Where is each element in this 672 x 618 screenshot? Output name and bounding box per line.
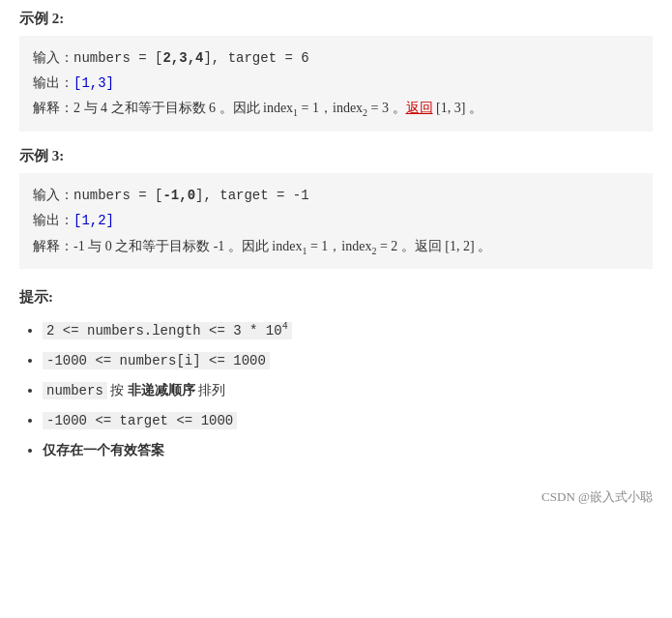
hint-item-5: 仅存在一个有效答案 [43,436,653,466]
example-3-explain: 解释：-1 与 0 之和等于目标数 -1 。因此 index1 = 1，inde… [33,234,639,260]
example-3-block: 输入：numbers = [-1,0], target = -1 输出：[1,2… [19,173,653,269]
hint-item-4: -1000 <= target <= 1000 [43,406,653,436]
input-code-3: numbers = [-1,0], target = -1 [73,188,309,203]
hint-section: 提示: 2 <= numbers.length <= 3 * 104 -1000… [19,288,653,465]
output-val-3: [1,2] [73,213,114,228]
hint-item-3: numbers 按 非递减顺序 排列 [43,376,653,406]
hint-item-1: 2 <= numbers.length <= 3 * 104 [43,316,653,346]
explain-label-3: 解释： [33,239,73,253]
hint-list: 2 <= numbers.length <= 3 * 104 -1000 <= … [19,316,653,465]
hint-code-4: -1000 <= target <= 1000 [43,412,237,429]
example-3-title: 示例 3: [19,147,653,165]
hint-code-1: 2 <= numbers.length <= 3 * 104 [43,322,292,339]
return-link-2[interactable]: 返回 [406,101,433,115]
example-2-title: 示例 2: [19,10,653,28]
explain-label-2: 解释： [33,101,73,115]
example-2-output: 输出：[1,3] [33,71,639,96]
example-2-section: 示例 2: 输入：numbers = [2,3,4], target = 6 输… [19,10,653,132]
output-label-3: 输出： [33,213,73,227]
footer: CSDN @嵌入式小聪 [19,488,653,506]
hint-text-5: 仅存在一个有效答案 [43,443,164,457]
hint-text-3: 按 非递减顺序 排列 [107,383,226,397]
explain-text-2: 2 与 4 之和等于目标数 6 。因此 index1 = 1，index2 = … [73,101,482,115]
input-code-2: numbers = [2,3,4], target = 6 [73,50,309,66]
output-val-2: [1,3] [73,75,114,91]
example-3-output: 输出：[1,2] [33,208,639,233]
input-label-3: 输入： [33,188,73,202]
example-2-block: 输入：numbers = [2,3,4], target = 6 输出：[1,3… [19,36,653,132]
hint-title: 提示: [19,288,653,307]
output-label-2: 输出： [33,75,73,90]
example-3-section: 示例 3: 输入：numbers = [-1,0], target = -1 输… [19,147,653,269]
hint-item-2: -1000 <= numbers[i] <= 1000 [43,346,653,376]
example-2-input: 输入：numbers = [2,3,4], target = 6 [33,45,639,71]
example-3-input: 输入：numbers = [-1,0], target = -1 [33,183,639,208]
explain-text-3: -1 与 0 之和等于目标数 -1 。因此 index1 = 1，index2 … [73,239,491,253]
footer-text: CSDN @嵌入式小聪 [541,489,653,504]
hint-code-2: -1000 <= numbers[i] <= 1000 [43,352,270,369]
input-label-2: 输入： [33,50,73,65]
example-2-explain: 解释：2 与 4 之和等于目标数 6 。因此 index1 = 1，index2… [33,96,639,122]
hint-code-3: numbers [43,382,107,399]
